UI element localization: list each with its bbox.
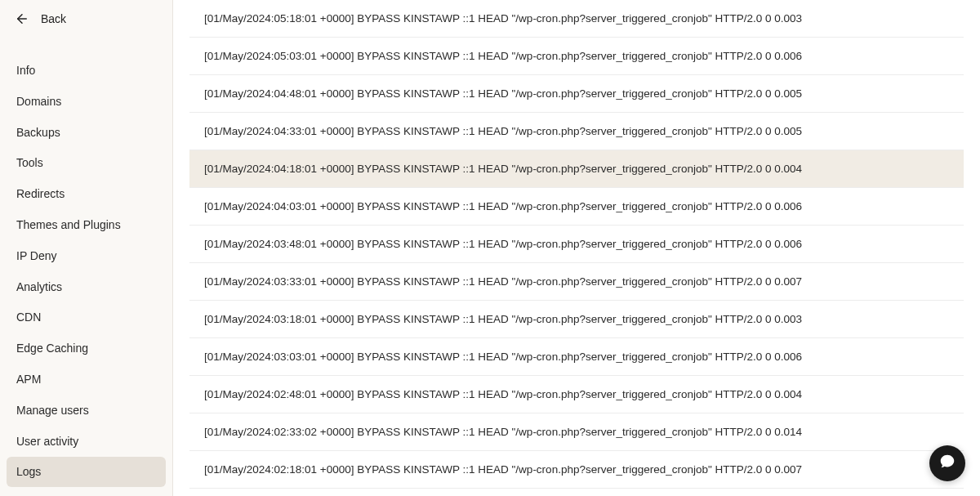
sidebar-item-edge-caching[interactable]: Edge Caching: [7, 333, 166, 364]
log-entry: [01/May/2024:04:48:01 +0000] BYPASS KINS…: [189, 75, 964, 113]
log-row[interactable]: [01/May/2024:03:48:01 +0000] BYPASS KINS…: [189, 226, 964, 263]
sidebar-item-tools[interactable]: Tools: [7, 148, 166, 178]
back-button[interactable]: Back: [0, 11, 172, 41]
sidebar-item-apm[interactable]: APM: [7, 364, 166, 395]
nav-list: Info Domains Backups Tools Redirects The…: [0, 41, 172, 488]
log-entry: [01/May/2024:03:33:01 +0000] BYPASS KINS…: [189, 263, 964, 301]
log-entry: [01/May/2024:03:03:01 +0000] BYPASS KINS…: [189, 338, 964, 376]
log-row[interactable]: [01/May/2024:05:03:01 +0000] BYPASS KINS…: [189, 38, 964, 75]
main-content: [01/May/2024:05:18:01 +0000] BYPASS KINS…: [173, 0, 980, 496]
log-row[interactable]: [01/May/2024:05:18:01 +0000] BYPASS KINS…: [189, 0, 964, 38]
sidebar-item-logs[interactable]: Logs: [7, 457, 166, 487]
sidebar-item-themes-plugins[interactable]: Themes and Plugins: [7, 210, 166, 240]
sidebar-item-redirects[interactable]: Redirects: [7, 179, 166, 209]
log-row[interactable]: [01/May/2024:02:48:01 +0000] BYPASS KINS…: [189, 376, 964, 413]
sidebar: Back Info Domains Backups Tools Redirect…: [0, 0, 173, 496]
log-row[interactable]: [01/May/2024:02:18:01 +0000] BYPASS KINS…: [189, 451, 964, 489]
chat-widget-button[interactable]: [929, 445, 965, 481]
logs-table: [01/May/2024:05:18:01 +0000] BYPASS KINS…: [189, 0, 964, 489]
back-label: Back: [41, 12, 66, 25]
sidebar-item-manage-users[interactable]: Manage users: [7, 395, 166, 426]
sidebar-item-backups[interactable]: Backups: [7, 118, 166, 148]
log-entry: [01/May/2024:03:18:01 +0000] BYPASS KINS…: [189, 301, 964, 338]
log-row[interactable]: [01/May/2024:03:03:01 +0000] BYPASS KINS…: [189, 338, 964, 376]
log-entry: [01/May/2024:02:18:01 +0000] BYPASS KINS…: [189, 451, 964, 489]
log-entry: [01/May/2024:05:18:01 +0000] BYPASS KINS…: [189, 0, 964, 38]
sidebar-item-analytics[interactable]: Analytics: [7, 272, 166, 302]
arrow-left-icon: [15, 11, 29, 26]
log-row[interactable]: [01/May/2024:04:03:01 +0000] BYPASS KINS…: [189, 188, 964, 226]
sidebar-item-ip-deny[interactable]: IP Deny: [7, 241, 166, 271]
log-row[interactable]: [01/May/2024:03:18:01 +0000] BYPASS KINS…: [189, 301, 964, 338]
log-row[interactable]: [01/May/2024:03:33:01 +0000] BYPASS KINS…: [189, 263, 964, 301]
log-row[interactable]: [01/May/2024:04:33:01 +0000] BYPASS KINS…: [189, 113, 964, 150]
log-entry: [01/May/2024:03:48:01 +0000] BYPASS KINS…: [189, 226, 964, 263]
log-row[interactable]: [01/May/2024:04:18:01 +0000] BYPASS KINS…: [189, 150, 964, 188]
log-entry: [01/May/2024:04:33:01 +0000] BYPASS KINS…: [189, 113, 964, 150]
sidebar-item-cdn[interactable]: CDN: [7, 302, 166, 333]
log-entry: [01/May/2024:02:48:01 +0000] BYPASS KINS…: [189, 376, 964, 413]
chat-icon: [938, 453, 956, 474]
sidebar-item-user-activity[interactable]: User activity: [7, 427, 166, 457]
sidebar-item-domains[interactable]: Domains: [7, 87, 166, 117]
log-row[interactable]: [01/May/2024:04:48:01 +0000] BYPASS KINS…: [189, 75, 964, 113]
log-entry: [01/May/2024:04:18:01 +0000] BYPASS KINS…: [189, 150, 964, 188]
log-entry: [01/May/2024:05:03:01 +0000] BYPASS KINS…: [189, 38, 964, 75]
log-row[interactable]: [01/May/2024:02:33:02 +0000] BYPASS KINS…: [189, 413, 964, 451]
sidebar-item-info[interactable]: Info: [7, 56, 166, 86]
log-entry: [01/May/2024:02:33:02 +0000] BYPASS KINS…: [189, 413, 964, 451]
log-entry: [01/May/2024:04:03:01 +0000] BYPASS KINS…: [189, 188, 964, 226]
